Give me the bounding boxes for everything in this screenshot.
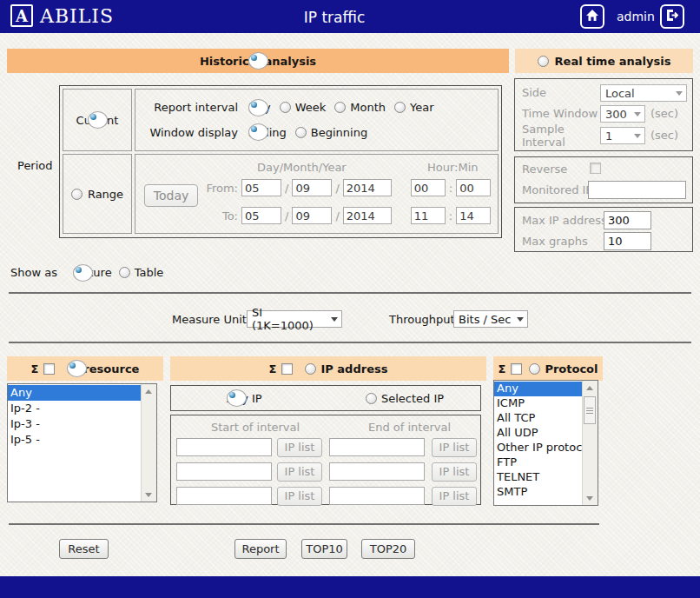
week-radio[interactable] [280,102,291,113]
ip-list-button[interactable]: IP list [277,487,322,506]
period-table: Current Report interval Day Week Mon [59,85,502,238]
ip-address-sum-checkbox[interactable] [281,363,293,375]
ip-list-button[interactable]: IP list [432,462,477,482]
max-ip-addresses-input[interactable] [604,211,651,229]
current-radio[interactable] [88,111,108,129]
reset-button[interactable]: Reset [59,539,109,559]
day-radio[interactable] [248,99,268,116]
scrollbar-thumb[interactable] [584,396,596,424]
ip-list-button[interactable]: IP list [432,487,477,506]
list-item[interactable]: Other IP protocol [494,441,582,455]
list-item[interactable]: Ip-3 - [8,416,141,432]
start-interval-input-2[interactable] [176,462,272,481]
list-item[interactable]: TELNET [494,470,582,485]
measure-unit-select[interactable]: SI (1K=1000) [247,310,342,328]
list-item[interactable]: FTP [494,455,582,470]
show-as-option-picture[interactable]: Picture [73,266,112,279]
list-item[interactable]: Ip-2 - [8,401,141,416]
end-interval-input-1[interactable] [329,438,425,456]
chevron-down-icon [676,91,683,96]
protocol-sum-checkbox[interactable] [511,363,522,375]
protocol-radio[interactable] [529,363,540,375]
end-interval-input-3[interactable] [329,487,425,505]
today-button[interactable]: Today [144,184,198,207]
window-display-option-sliding[interactable]: Sliding [248,126,287,139]
max-graphs-input[interactable] [604,232,651,250]
ip-address-option[interactable]: IP address [305,362,387,375]
list-item[interactable]: ICMP [494,396,582,411]
selected-ip-option[interactable]: Selected IP [366,392,444,405]
start-interval-input-3[interactable] [176,487,272,505]
beginning-radio[interactable] [295,127,307,138]
to-minute-input[interactable] [456,207,491,224]
side-select[interactable]: Local [600,84,687,102]
time-window-select[interactable]: 300 [600,105,645,123]
time-separator: : [449,182,452,195]
ip-list-button[interactable]: IP list [432,438,477,457]
to-day-input[interactable] [241,207,281,224]
from-hour-input[interactable] [411,179,446,196]
list-item[interactable]: Ip-5 - [8,432,141,448]
to-month-input[interactable] [292,207,332,224]
ip-resource-option[interactable]: IP resource [67,362,139,375]
selected-ip-radio[interactable] [366,393,377,404]
window-display-option-beginning[interactable]: Beginning [295,126,367,139]
start-interval-input-1[interactable] [176,438,272,456]
throughput-select[interactable]: Bits / Sec [453,310,528,328]
list-item[interactable]: All UDP [494,426,582,441]
ip-list-button[interactable]: IP list [277,438,322,457]
show-as-option-table[interactable]: Table [119,266,164,279]
to-hour-input[interactable] [411,207,446,224]
scroll-up-icon[interactable] [583,381,597,395]
protocol-scrollbar[interactable] [582,381,598,505]
real-time-analysis-radio[interactable] [538,56,549,67]
any-ip-option[interactable]: Any IP [227,392,262,405]
report-interval-option-week[interactable]: Week [280,101,327,114]
side-label: Side [522,86,546,99]
period-current-cell[interactable]: Current [63,89,132,151]
scroll-down-icon[interactable] [142,488,155,502]
report-interval-option-day[interactable]: Day [248,101,271,114]
top20-button[interactable]: TOP20 [361,539,415,559]
scroll-down-icon[interactable] [583,491,597,505]
protocol-listbox[interactable]: AnyICMPAll TCPAll UDPOther IP protocolFT… [493,380,598,506]
ip-resource-scrollbar[interactable] [141,384,156,502]
ip-address-radio[interactable] [305,363,316,375]
from-minute-input[interactable] [456,179,491,196]
ip-list-button[interactable]: IP list [277,462,322,482]
reverse-checkbox[interactable] [590,163,601,174]
historical-analysis-radio[interactable] [248,52,268,70]
to-year-input[interactable] [343,207,392,224]
sample-interval-select[interactable]: 1 [600,127,645,144]
from-month-input[interactable] [292,179,332,196]
logout-button[interactable] [660,4,684,29]
from-year-input[interactable] [343,179,392,196]
report-interval-option-month[interactable]: Month [334,101,386,114]
list-item[interactable]: All TCP [494,411,582,426]
ip-resource-sum-checkbox[interactable] [43,363,55,375]
sample-interval-value: 1 [605,130,612,143]
side-select-value: Local [605,87,635,100]
table-radio[interactable] [119,267,130,278]
ip-resource-listbox[interactable]: AnyIp-2 -Ip-3 -Ip-5 - [7,383,157,502]
end-interval-input-2[interactable] [329,462,425,481]
period-range-cell[interactable]: Range [63,154,132,234]
home-button[interactable] [580,4,604,29]
picture-radio[interactable] [73,264,93,282]
report-interval-option-year[interactable]: Year [394,101,434,114]
any-ip-radio[interactable] [227,389,247,407]
protocol-option[interactable]: Protocol [529,362,598,375]
list-item[interactable]: Any [494,382,582,396]
month-radio[interactable] [334,102,346,113]
tab-real-time-analysis[interactable]: Real time analysis [515,49,693,73]
from-day-input[interactable] [241,179,281,196]
list-item[interactable]: SMTP [494,485,582,500]
list-item[interactable]: Any [8,385,141,401]
scroll-up-icon[interactable] [142,384,155,398]
monitored-ip-input[interactable] [588,181,686,199]
range-radio[interactable] [71,189,83,200]
year-radio[interactable] [394,102,406,113]
tab-historical-analysis[interactable]: Historical analysis [7,49,509,73]
top10-button[interactable]: TOP10 [301,539,347,559]
report-button[interactable]: Report [234,539,287,559]
